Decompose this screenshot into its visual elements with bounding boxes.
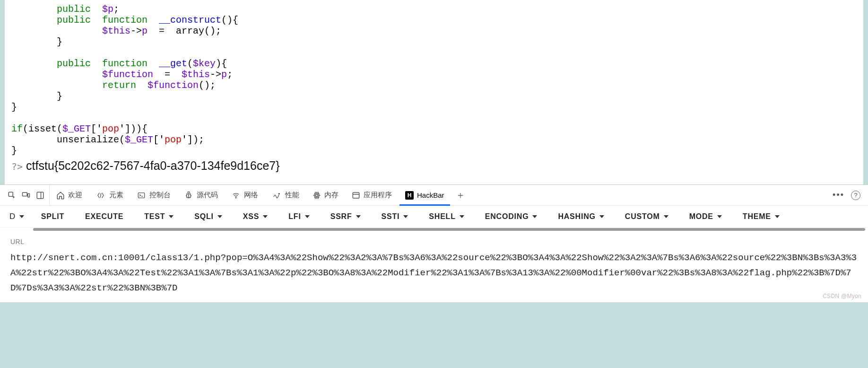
wifi-icon [231,192,241,199]
hackbar-execute-button[interactable]: EXECUTE [75,206,134,227]
hackbar-xss-button[interactable]: XSS [233,206,278,227]
devtools-tab-网络[interactable]: 网络 [225,185,265,205]
devtools-icon-group [3,185,50,205]
svg-line-14 [187,197,188,198]
button-label: SHELL [429,212,455,221]
chevron-down-icon [717,215,722,218]
tab-label: 内存 [324,191,339,200]
device-toggle-icon[interactable] [21,190,31,201]
hackbar-ssti-button[interactable]: SSTI [371,206,419,227]
app-icon [352,191,360,200]
button-label: CUSTOM [625,212,660,221]
hackbar-custom-button[interactable]: CUSTOM [615,206,679,227]
svg-rect-18 [315,193,319,197]
chip-icon [312,191,321,200]
brackets-icon [95,192,106,199]
chevron-down-icon [599,215,604,218]
button-label: MODE [689,212,713,221]
devtools-tab-欢迎[interactable]: 欢迎 [50,185,89,205]
chevron-down-icon [169,215,174,218]
tab-label: 控制台 [149,191,171,200]
tab-label: 欢迎 [68,191,82,200]
button-label: ENCODING [485,212,529,221]
hackbar-d-button[interactable]: D [3,206,31,227]
tab-label: 源代码 [197,191,218,200]
flag-output-line: ?> ctfstu{5c202c62-7567-4fa0-a370-134fe9… [11,159,857,173]
help-icon[interactable]: ? [851,191,860,200]
hackbar-lfi-button[interactable]: LFI [278,206,320,227]
hackbar-encoding-button[interactable]: ENCODING [475,206,548,227]
hackbar-toolbar: DSPLITEXECUTETESTSQLIXSSLFISSRFSSTISHELL… [0,206,868,228]
svg-line-13 [190,193,191,194]
tab-label: 性能 [285,191,299,200]
console-icon [137,192,146,199]
chevron-down-icon [263,215,268,218]
perf-icon [271,192,282,199]
hackbar-scrollbar[interactable] [0,228,868,231]
svg-rect-19 [316,194,318,196]
devtools-tab-hackbar[interactable]: HHackBar [399,185,451,205]
chevron-down-icon [403,215,408,218]
chevron-down-icon [664,215,668,218]
add-tab-button[interactable]: ＋ [451,189,470,202]
page-content: public $p; public function __construct()… [5,0,863,184]
hackbar-ssrf-button[interactable]: SSRF [320,206,371,227]
devtools-panel: 欢迎元素控制台源代码网络性能内存应用程序HHackBar ＋ ••• ? DSP… [0,184,868,302]
php-closing-tag: ?> [11,161,23,172]
devtools-right-controls: ••• ? [833,190,865,200]
chevron-down-icon [356,215,361,218]
button-label: SSTI [382,212,400,221]
svg-line-5 [100,193,101,197]
button-label: LFI [288,212,301,221]
more-options-icon[interactable]: ••• [833,190,844,200]
chevron-down-icon [775,215,780,218]
tab-label: 网络 [244,191,258,200]
hackbar-hashing-button[interactable]: HASHING [547,206,614,227]
home-icon [56,191,65,200]
flag-value: ctfstu{5c202c62-7567-4fa0-a370-134fe9d16… [26,159,280,172]
devtools-tab-元素[interactable]: 元素 [89,185,130,205]
hackbar-sqli-button[interactable]: SQLI [184,206,233,227]
tab-label: HackBar [417,191,444,199]
svg-line-12 [187,193,188,194]
button-label: SQLI [194,212,214,221]
chevron-down-icon [460,215,464,218]
button-label: THEME [743,212,771,221]
chevron-down-icon [532,215,537,218]
devtools-tab-内存[interactable]: 内存 [306,185,345,205]
hackbar-theme-button[interactable]: THEME [732,206,790,227]
devtools-tab-控制台[interactable]: 控制台 [130,185,177,205]
svg-rect-2 [28,193,30,197]
button-label: EXECUTE [85,212,123,221]
svg-rect-6 [138,193,144,198]
chevron-down-icon [217,215,222,218]
hackbar-shell-button[interactable]: SHELL [418,206,474,227]
watermark: CSDN @Myon⁣ [823,293,861,299]
tab-label: 元素 [109,191,123,200]
chevron-down-icon [19,215,24,218]
hackbar-split-button[interactable]: SPLIT [31,206,75,227]
hackbar-test-button[interactable]: TEST [134,206,184,227]
url-label: URL [10,238,858,245]
chevron-down-icon [305,215,310,218]
button-label: D [9,212,16,221]
svg-point-17 [278,193,279,194]
svg-point-16 [235,197,236,198]
devtools-tab-应用程序[interactable]: 应用程序 [345,185,399,205]
inspect-icon[interactable] [7,190,17,201]
devtools-tabstrip: 欢迎元素控制台源代码网络性能内存应用程序HHackBar ＋ ••• ? [0,185,868,206]
button-label: XSS [243,212,259,221]
button-label: SPLIT [41,212,64,221]
hackbar-mode-button[interactable]: MODE [679,206,732,227]
panel-layout-icon[interactable] [35,190,45,201]
svg-rect-1 [23,193,27,196]
svg-rect-3 [37,192,43,199]
tab-label: 应用程序 [364,191,392,200]
hackbar-body: URL http://snert.com.cn:10001/class13/1.… [0,231,868,302]
svg-rect-28 [353,193,359,198]
url-input[interactable]: http://snert.com.cn:10001/class13/1.php?… [10,250,858,296]
button-label: TEST [144,212,165,221]
devtools-tab-源代码[interactable]: 源代码 [177,185,225,205]
bug-icon [184,191,193,200]
devtools-tab-性能[interactable]: 性能 [265,185,306,205]
